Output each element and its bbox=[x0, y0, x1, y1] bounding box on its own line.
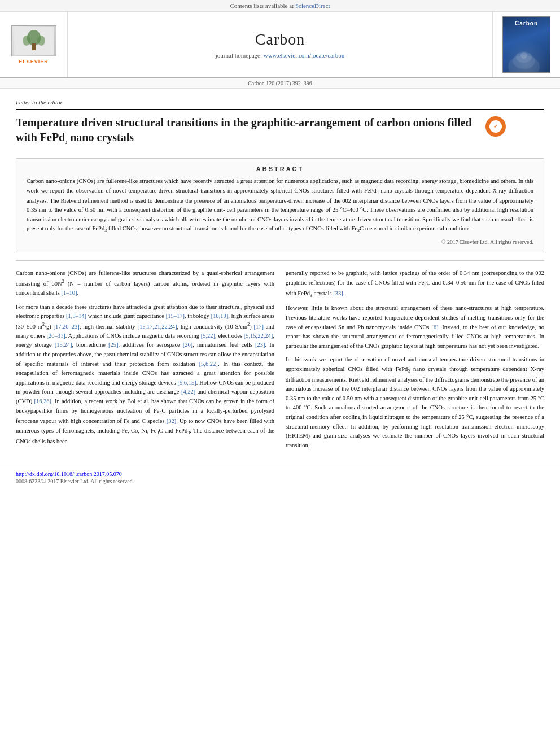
left-para-2: For more than a decade these structures … bbox=[16, 303, 274, 446]
svg-point-4 bbox=[37, 36, 45, 46]
ref-15-17-21[interactable]: [15,17,21,22,24] bbox=[137, 323, 177, 329]
ref-15-24[interactable]: [15,24] bbox=[55, 342, 72, 348]
ref-1-10[interactable]: [1–10] bbox=[61, 290, 77, 296]
footer-doi: http://dx.doi.org/10.1016/j.carbon.2017.… bbox=[16, 471, 544, 477]
sciencedirect-link[interactable]: ScienceDirect bbox=[295, 2, 330, 9]
section-divider bbox=[16, 260, 544, 261]
title-end: nano crystals bbox=[67, 131, 134, 143]
footer-issn: 0008-6223/© 2017 Elsevier Ltd. All right… bbox=[16, 478, 544, 484]
header-right: Carbon bbox=[492, 12, 560, 77]
article-info-strip: Carbon 120 (2017) 392–396 bbox=[0, 78, 560, 89]
ref-25[interactable]: [25] bbox=[108, 342, 119, 348]
svg-point-8 bbox=[520, 52, 527, 59]
ref-4-22[interactable]: [4,22] bbox=[181, 388, 195, 395]
right-para-1: generally reported to be graphitic, with… bbox=[286, 269, 544, 299]
right-column: generally reported to be graphitic, with… bbox=[286, 269, 544, 455]
journal-cover-title: Carbon bbox=[515, 20, 538, 27]
journal-cover-image: Carbon bbox=[502, 16, 550, 73]
content-area: Letter to the editor Temperature driven … bbox=[0, 89, 560, 460]
letter-label-text: Letter to the editor bbox=[16, 99, 63, 106]
ref-1-3-14[interactable]: [1,3–14] bbox=[66, 313, 86, 319]
copyright-line: © 2017 Elsevier Ltd. All rights reserved… bbox=[27, 239, 533, 245]
header-area: ELSEVIER Carbon journal homepage: www.el… bbox=[0, 12, 560, 78]
ref-15-17[interactable]: [15–17] bbox=[166, 313, 185, 319]
abstract-heading: ABSTRACT bbox=[27, 165, 533, 172]
two-column-body: Carbon nano-onions (CNOs) are fullerene-… bbox=[16, 269, 544, 455]
ref-20-31[interactable]: [20–31] bbox=[47, 333, 65, 339]
homepage-link[interactable]: www.elsevier.com/locate/carbon bbox=[264, 52, 344, 59]
ref-32[interactable]: [32] bbox=[167, 418, 177, 424]
page: Contents lists available at ScienceDirec… bbox=[0, 0, 560, 747]
abstract-text: Carbon nano-onions (CNOs) are fullerene-… bbox=[27, 177, 533, 234]
ref-33[interactable]: [33] bbox=[333, 290, 343, 296]
title-row: Temperature driven structural transition… bbox=[16, 115, 544, 151]
abstract-section: ABSTRACT Carbon nano-onions (CNOs) are f… bbox=[16, 158, 544, 252]
ref-5-15-22-24[interactable]: [5,15,22,24] bbox=[244, 333, 273, 339]
ref-26[interactable]: [26] bbox=[183, 342, 193, 348]
ref-6[interactable]: [6] bbox=[431, 324, 438, 330]
left-para-1: Carbon nano-onions (CNOs) are fullerene-… bbox=[16, 269, 274, 298]
homepage-label: journal homepage: bbox=[216, 52, 262, 59]
journal-name: Carbon bbox=[255, 30, 305, 49]
svg-rect-2 bbox=[32, 43, 36, 50]
right-para-3: In this work we report the observation o… bbox=[286, 355, 544, 450]
ref-5-22[interactable]: [5,22] bbox=[201, 333, 215, 339]
ref-23[interactable]: [23] bbox=[255, 342, 265, 348]
left-column: Carbon nano-onions (CNOs) are fullerene-… bbox=[16, 269, 274, 455]
article-title: Temperature driven structural transition… bbox=[16, 115, 479, 146]
right-para-2: However, little is known about the struc… bbox=[286, 304, 544, 351]
contents-label: Contents lists available at bbox=[230, 2, 294, 9]
elsevier-logo-image bbox=[11, 25, 56, 56]
journal-homepage: journal homepage: www.elsevier.com/locat… bbox=[216, 52, 344, 59]
ref-18-19[interactable]: [18,19] bbox=[211, 313, 229, 319]
header-left: ELSEVIER bbox=[0, 12, 68, 77]
ref-17b[interactable]: [17] bbox=[253, 323, 264, 329]
letter-label: Letter to the editor bbox=[16, 99, 544, 110]
footer: http://dx.doi.org/10.1016/j.carbon.2017.… bbox=[0, 466, 560, 488]
crossmark-badge[interactable]: ✓ bbox=[485, 116, 506, 137]
ref-5-6-22[interactable]: [5,6,22] bbox=[199, 361, 218, 367]
svg-point-3 bbox=[23, 36, 30, 46]
crossmark-inner: ✓ bbox=[489, 120, 502, 133]
elsevier-text: ELSEVIER bbox=[19, 59, 49, 64]
doi-link[interactable]: http://dx.doi.org/10.1016/j.carbon.2017.… bbox=[16, 471, 122, 477]
ref-17-20-23[interactable]: [17,20–23] bbox=[54, 323, 80, 329]
top-bar: Contents lists available at ScienceDirec… bbox=[0, 0, 560, 12]
ref-16-26[interactable]: [16,26] bbox=[34, 398, 51, 404]
ref-5-6-15[interactable]: [5,6,15] bbox=[177, 379, 196, 386]
elsevier-logo: ELSEVIER bbox=[11, 25, 56, 64]
article-info-text: Carbon 120 (2017) 392–396 bbox=[248, 80, 312, 86]
header-center: Carbon journal homepage: www.elsevier.co… bbox=[68, 12, 492, 77]
